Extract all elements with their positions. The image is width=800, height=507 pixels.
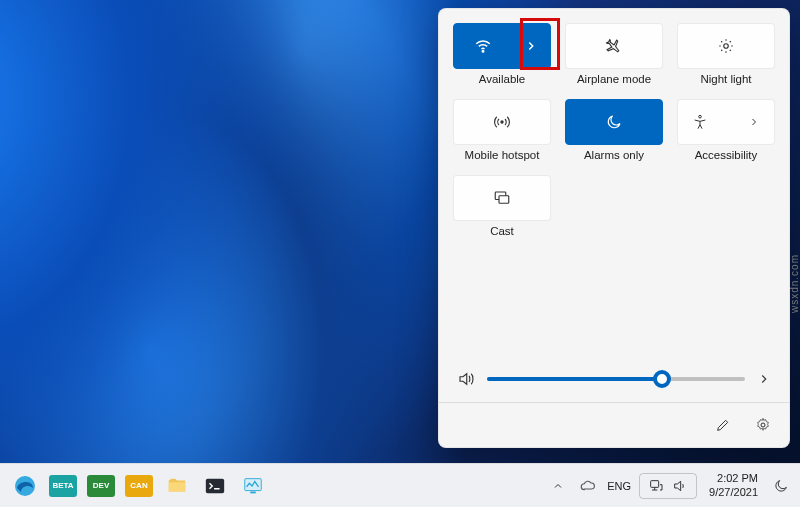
tray-network-volume-group[interactable] (639, 473, 697, 499)
night-light-tile[interactable] (677, 23, 775, 69)
accessibility-tile[interactable] (677, 99, 775, 145)
accessibility-icon (692, 114, 708, 130)
taskbar-pinned-area: BETA DEV CAN (8, 469, 270, 503)
taskbar-edge[interactable] (8, 469, 42, 503)
quick-settings-footer (439, 403, 789, 447)
svg-point-2 (501, 121, 503, 123)
taskbar-task-manager[interactable] (236, 469, 270, 503)
edge-icon (13, 474, 37, 498)
tray-notifications[interactable] (770, 469, 792, 503)
tray-language[interactable]: ENG (607, 480, 631, 492)
chevron-right-icon (748, 116, 760, 128)
hotspot-icon (493, 113, 511, 131)
wifi-icon (474, 37, 492, 55)
speaker-icon[interactable] (457, 370, 475, 388)
svg-rect-12 (651, 480, 659, 487)
accessibility-label: Accessibility (695, 149, 758, 163)
wifi-expand-chevron[interactable] (512, 39, 550, 53)
folder-icon (166, 475, 188, 497)
chevron-up-icon (552, 480, 564, 492)
cast-icon (493, 189, 511, 207)
taskbar-canary[interactable]: CAN (122, 469, 156, 503)
clock-time: 2:02 PM (717, 472, 758, 485)
svg-point-6 (761, 423, 765, 427)
volume-expand-chevron[interactable] (757, 372, 771, 386)
svg-point-3 (699, 115, 702, 118)
cloud-icon (579, 477, 597, 495)
wifi-toggle[interactable] (454, 37, 512, 55)
clock-date: 9/27/2021 (709, 486, 758, 499)
monitor-icon (242, 475, 264, 497)
moon-icon (605, 113, 623, 131)
edit-quick-settings-button[interactable] (705, 409, 741, 441)
network-icon (648, 478, 664, 494)
night-light-label: Night light (700, 73, 751, 87)
taskbar-clock[interactable]: 2:02 PM 9/27/2021 (705, 470, 762, 500)
cast-label: Cast (490, 225, 514, 239)
svg-rect-8 (169, 482, 186, 491)
volume-slider-thumb[interactable] (653, 370, 671, 388)
pencil-icon (715, 417, 731, 433)
volume-row (439, 356, 789, 396)
canary-badge-icon: CAN (125, 475, 153, 497)
airplane-mode-label: Airplane mode (577, 73, 651, 87)
tray-overflow-button[interactable] (547, 469, 569, 503)
volume-slider[interactable] (487, 377, 745, 381)
taskbar-dev[interactable]: DEV (84, 469, 118, 503)
focus-moon-icon (773, 478, 789, 494)
focus-assist-tile[interactable] (565, 99, 663, 145)
quick-settings-panel: Available Airplane mode Night light (438, 8, 790, 448)
svg-point-1 (724, 44, 729, 49)
taskbar: BETA DEV CAN ENG 2:02 PM 9/27/2021 (0, 463, 800, 507)
chevron-right-icon (524, 39, 538, 53)
focus-assist-label: Alarms only (584, 149, 644, 163)
mobile-hotspot-tile[interactable] (453, 99, 551, 145)
svg-point-0 (482, 51, 484, 53)
svg-rect-9 (206, 478, 224, 493)
svg-rect-5 (499, 195, 509, 203)
terminal-icon (204, 475, 226, 497)
taskbar-beta[interactable]: BETA (46, 469, 80, 503)
svg-rect-11 (250, 491, 256, 493)
airplane-icon (605, 37, 623, 55)
cast-tile[interactable] (453, 175, 551, 221)
quick-settings-tiles: Available Airplane mode Night light (439, 9, 789, 244)
beta-badge-icon: BETA (49, 475, 77, 497)
volume-slider-fill (487, 377, 662, 381)
mobile-hotspot-label: Mobile hotspot (465, 149, 540, 163)
taskbar-system-tray: ENG 2:02 PM 9/27/2021 (547, 469, 792, 503)
taskbar-terminal[interactable] (198, 469, 232, 503)
taskbar-explorer[interactable] (160, 469, 194, 503)
wifi-tile[interactable] (453, 23, 551, 69)
brightness-icon (717, 37, 735, 55)
watermark: wsxdn.com (789, 254, 800, 313)
tray-onedrive[interactable] (577, 469, 599, 503)
speaker-icon (672, 478, 688, 494)
settings-button[interactable] (745, 409, 781, 441)
airplane-mode-tile[interactable] (565, 23, 663, 69)
gear-icon (755, 417, 771, 433)
dev-badge-icon: DEV (87, 475, 115, 497)
wifi-label: Available (479, 73, 525, 87)
